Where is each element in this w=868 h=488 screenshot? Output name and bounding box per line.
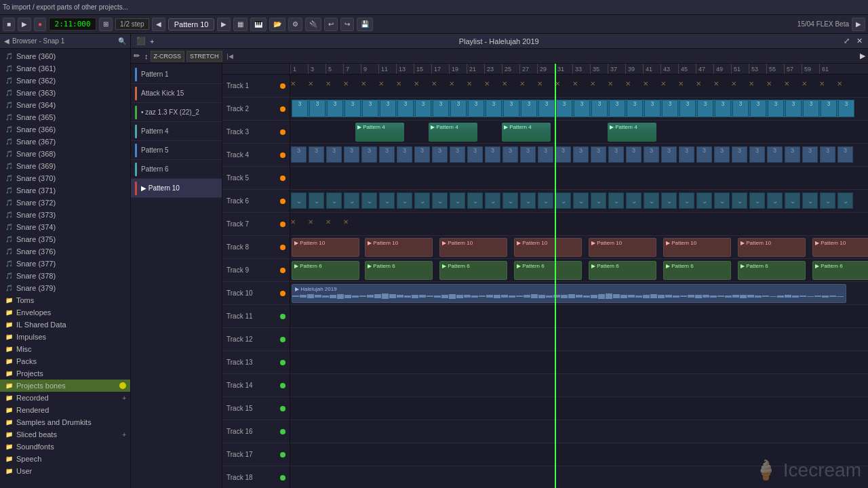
track6-ch-676[interactable]: ⌄ (749, 192, 765, 209)
sidebar-item-34[interactable]: 📁User (0, 465, 130, 477)
track4-nb-182[interactable]: 3 (414, 146, 430, 163)
track8-block-1[interactable]: ▶ Pattern 10 (365, 238, 433, 257)
track3-block-3[interactable]: ▶ Pattern 4 (608, 123, 656, 142)
sidebar-item-2[interactable]: 🎵Snare (362) (0, 75, 130, 87)
sidebar-back-icon[interactable]: ◀ (4, 37, 9, 45)
scrollable-tracks[interactable]: 1357911131517192123252729313335373941434… (290, 64, 868, 488)
track6-ch-468[interactable]: ⌄ (608, 192, 624, 209)
track4-nb-286[interactable]: 3 (485, 146, 500, 163)
sidebar-item-16[interactable]: 🎵Snare (376) (0, 245, 130, 258)
track6-ch-650[interactable]: ⌄ (732, 192, 747, 209)
z-cross-btn[interactable]: Z-CROSS (151, 51, 185, 62)
track-row-5[interactable]: ⌄⌄⌄⌄⌄⌄⌄⌄⌄⌄⌄⌄⌄⌄⌄⌄⌄⌄⌄⌄⌄⌄⌄⌄⌄⌄⌄⌄⌄⌄⌄⌄ (290, 190, 868, 213)
sidebar-item-6[interactable]: 🎵Snare (366) (0, 123, 130, 136)
track4-nb-546[interactable]: 3 (661, 146, 677, 163)
track6-ch-728[interactable]: ⌄ (785, 192, 800, 209)
track-row-12[interactable] (290, 351, 868, 374)
pattern-item-5[interactable]: Pattern 6 (131, 160, 222, 179)
track8-block-4[interactable]: ▶ Pattern 10 (589, 238, 656, 257)
draw-tool[interactable]: ✏ (134, 52, 140, 60)
track4-nb-234[interactable]: 3 (450, 146, 465, 163)
track6-ch-624[interactable]: ⌄ (714, 192, 730, 209)
sidebar-item-1[interactable]: 🎵Snare (361) (0, 62, 130, 75)
track-row-15[interactable] (290, 420, 868, 443)
flex-nav-button[interactable]: ▶ (852, 18, 865, 31)
track6-ch-312[interactable]: ⌄ (502, 192, 518, 209)
mixer-button[interactable]: ▦ (233, 18, 248, 31)
playlist-expand-icon[interactable]: ⤢ (844, 37, 850, 45)
track6-ch-546[interactable]: ⌄ (661, 192, 677, 209)
track4-nb-260[interactable]: 3 (467, 146, 483, 163)
sidebar-item-21[interactable]: 📁Envelopes (0, 306, 130, 319)
playlist-close-icon[interactable]: ✕ (856, 37, 863, 45)
sidebar-item-30[interactable]: 📁Samples and Drumkits (0, 416, 130, 428)
track4-nb-780[interactable]: 3 (820, 146, 835, 163)
track-row-8[interactable]: ▶ Pattern 6▶ Pattern 6▶ Pattern 6▶ Patte… (290, 259, 868, 282)
track6-ch-0[interactable]: ⌄ (291, 192, 307, 209)
track8-block-6[interactable]: ▶ Pattern 10 (738, 238, 806, 257)
track9-block-4[interactable]: ▶ Pattern 6 (589, 261, 656, 280)
track4-nb-754[interactable]: 3 (802, 146, 818, 163)
redo-button[interactable]: ↪ (340, 18, 354, 31)
track9-block-0[interactable]: ▶ Pattern 6 (292, 261, 359, 280)
track6-ch-260[interactable]: ⌄ (467, 192, 483, 209)
piano-roll-button[interactable]: 🎹 (250, 18, 267, 31)
track4-nb-338[interactable]: 3 (520, 146, 536, 163)
browser-button[interactable]: 📂 (269, 18, 285, 31)
stretch-btn[interactable]: STRETCH (186, 51, 222, 62)
track6-ch-780[interactable]: ⌄ (820, 192, 835, 209)
sidebar-item-0[interactable]: 🎵Snare (360) (0, 50, 130, 62)
sidebar-item-13[interactable]: 🎵Snare (373) (0, 209, 130, 221)
sidebar-item-22[interactable]: 📁IL Shared Data (0, 319, 130, 331)
track4-nb-494[interactable]: 3 (626, 146, 642, 163)
track8-block-3[interactable]: ▶ Pattern 10 (514, 238, 582, 257)
play-button[interactable]: ▶ (18, 18, 31, 31)
track8-block-7[interactable]: ▶ Pattern 10 (812, 238, 868, 257)
track4-nb-650[interactable]: 3 (732, 146, 747, 163)
track6-ch-364[interactable]: ⌄ (538, 192, 553, 209)
track6-ch-182[interactable]: ⌄ (414, 192, 430, 209)
track-row-11[interactable] (290, 328, 868, 351)
track4-nb-806[interactable]: 3 (837, 146, 853, 163)
next-pattern-button[interactable]: ▶ (217, 18, 231, 31)
sidebar-item-17[interactable]: 🎵Snare (377) (0, 258, 130, 270)
track4-nb-728[interactable]: 3 (785, 146, 800, 163)
track-row-4[interactable] (290, 167, 868, 190)
track6-ch-78[interactable]: ⌄ (344, 192, 359, 209)
track4-nb-208[interactable]: 3 (432, 146, 448, 163)
track4-nb-702[interactable]: 3 (767, 146, 783, 163)
track9-block-5[interactable]: ▶ Pattern 6 (663, 261, 731, 280)
sidebar-item-26[interactable]: 📁Projects (0, 367, 130, 380)
playlist-piano-icon[interactable]: ⬛ (136, 37, 146, 45)
track4-nb-624[interactable]: 3 (714, 146, 730, 163)
sidebar-item-19[interactable]: 🎵Snare (379) (0, 282, 130, 294)
track6-ch-286[interactable]: ⌄ (485, 192, 500, 209)
track10-wave[interactable]: ▶ Halelujah 2019 (292, 284, 846, 303)
pattern-item-3[interactable]: Pattern 4 (131, 122, 222, 141)
track3-block-1[interactable]: ▶ Pattern 4 (429, 123, 477, 142)
track6-ch-754[interactable]: ⌄ (802, 192, 818, 209)
sidebar-item-9[interactable]: 🎵Snare (369) (0, 160, 130, 172)
track-row-2[interactable]: ▶ Pattern 4▶ Pattern 4▶ Pattern 4▶ Patte… (290, 121, 868, 144)
track-row-0[interactable]: ✕✕✕✕✕✕✕✕✕✕✕✕✕✕✕✕✕✕✕✕✕✕✕✕✕✕✕✕✕✕✕✕ (290, 75, 868, 98)
sidebar-item-14[interactable]: 🎵Snare (374) (0, 221, 130, 233)
track-row-3[interactable]: 33333333333333333333333333333333 (290, 144, 868, 167)
track6-ch-208[interactable]: ⌄ (432, 192, 448, 209)
track9-block-6[interactable]: ▶ Pattern 6 (738, 261, 806, 280)
sidebar-item-32[interactable]: 📁Soundfonts (0, 441, 130, 453)
track4-nb-364[interactable]: 3 (538, 146, 553, 163)
pattern-item-0[interactable]: Pattern 1 (131, 65, 222, 84)
track6-ch-598[interactable]: ⌄ (696, 192, 712, 209)
track4-nb-390[interactable]: 3 (555, 146, 571, 163)
pattern-item-4[interactable]: Pattern 5 (131, 141, 222, 160)
plugin-button[interactable]: 🔌 (305, 18, 321, 31)
sidebar-item-5[interactable]: 🎵Snare (365) (0, 111, 130, 123)
sidebar-item-11[interactable]: 🎵Snare (371) (0, 184, 130, 197)
sidebar-item-3[interactable]: 🎵Snare (363) (0, 87, 130, 99)
sidebar-item-31[interactable]: 📁Sliced beats+ (0, 428, 130, 441)
track2-block[interactable]: 33333333333333333333333333333333 (292, 100, 848, 117)
track6-ch-390[interactable]: ⌄ (555, 192, 571, 209)
record-button[interactable]: ● (34, 18, 46, 31)
track4-nb-78[interactable]: 3 (344, 146, 359, 163)
sidebar-item-plus-31[interactable]: + (122, 431, 126, 439)
